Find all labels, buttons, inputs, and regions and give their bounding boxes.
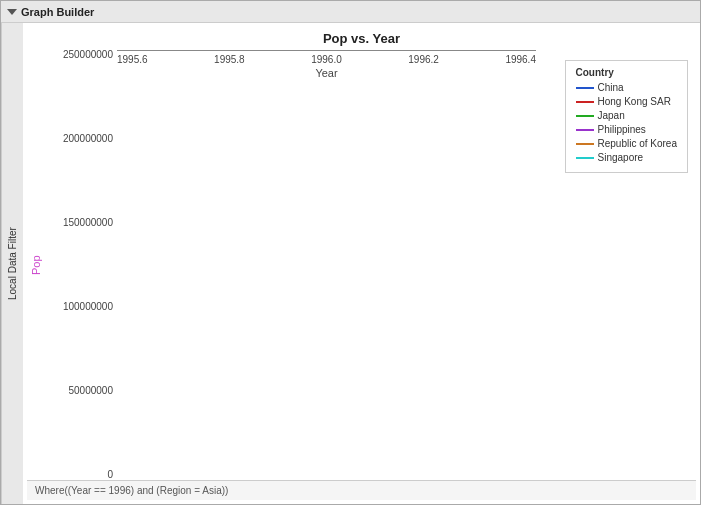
data-point-korea	[327, 50, 335, 51]
y-tick-0: 0	[45, 470, 113, 480]
filter-text: Where((Year == 1996) and (Region = Asia)…	[35, 485, 228, 496]
collapse-icon[interactable]	[7, 9, 17, 15]
window-title: Graph Builder	[21, 6, 94, 18]
x-tick-2: 1995.8	[214, 54, 245, 65]
filter-bar: Where((Year == 1996) and (Region = Asia)…	[27, 480, 696, 500]
title-bar: Graph Builder	[1, 1, 700, 23]
x-tick-3: 1996.0	[311, 54, 342, 65]
legend-label-philippines: Philippines	[598, 124, 646, 135]
x-axis-label: Year	[117, 67, 536, 79]
legend-color-japan	[576, 115, 594, 117]
y-tick-100m: 100000000	[45, 302, 113, 312]
legend-item-japan: Japan	[576, 110, 678, 121]
legend-label-korea: Republic of Korea	[598, 138, 678, 149]
legend: Country China Hong Kong SAR Japan	[565, 60, 689, 173]
chart-body: Pop 250000000 200000000 150000000 100000…	[27, 50, 696, 480]
legend-label-japan: Japan	[598, 110, 625, 121]
legend-color-hongkong	[576, 101, 594, 103]
y-tick-50m: 50000000	[45, 386, 113, 396]
data-point-japan	[323, 50, 331, 51]
data-point-philippines	[310, 50, 318, 51]
main-window: Graph Builder Local Data Filter Pop vs. …	[0, 0, 701, 505]
legend-item-philippines: Philippines	[576, 124, 678, 135]
y-tick-200m: 200000000	[45, 134, 113, 144]
x-tick-1: 1995.6	[117, 54, 148, 65]
data-point-china	[319, 50, 327, 51]
legend-item-korea: Republic of Korea	[576, 138, 678, 149]
legend-title: Country	[576, 67, 678, 78]
data-point-singapore	[331, 50, 339, 51]
x-ticks: 1995.6 1995.8 1996.0 1996.2 1996.4	[117, 54, 536, 65]
x-tick-4: 1996.2	[408, 54, 439, 65]
legend-color-korea	[576, 143, 594, 145]
chart-title: Pop vs. Year	[27, 31, 696, 46]
legend-color-china	[576, 87, 594, 89]
legend-label-china: China	[598, 82, 624, 93]
y-tick-250m: 250000000	[45, 50, 113, 60]
legend-label-singapore: Singapore	[598, 152, 644, 163]
main-content: Local Data Filter Pop vs. Year Pop 25000…	[1, 23, 700, 504]
legend-item-hongkong: Hong Kong SAR	[576, 96, 678, 107]
legend-color-philippines	[576, 129, 594, 131]
x-tick-5: 1996.4	[505, 54, 536, 65]
data-point-hongkong	[323, 50, 331, 51]
y-tick-150m: 150000000	[45, 218, 113, 228]
legend-item-china: China	[576, 82, 678, 93]
chart-area: Pop vs. Year Pop 250000000 200000000 150…	[23, 23, 700, 504]
y-axis-label: Pop	[27, 50, 45, 480]
legend-item-singapore: Singapore	[576, 152, 678, 163]
plot-canvas	[117, 50, 536, 51]
local-data-filter-tab[interactable]: Local Data Filter	[1, 23, 23, 504]
legend-color-singapore	[576, 157, 594, 159]
chart-plot-area: 250000000 200000000 150000000 100000000 …	[47, 50, 696, 480]
legend-label-hongkong: Hong Kong SAR	[598, 96, 671, 107]
